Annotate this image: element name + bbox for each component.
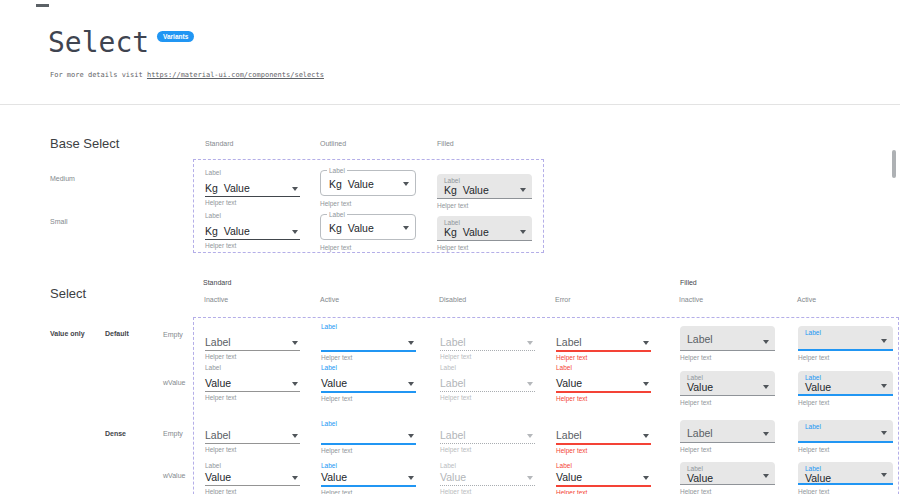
field-floating-label: Label: [205, 211, 300, 220]
field-underline: [556, 485, 651, 487]
select-field-standard[interactable]: LabelValueHelper text: [321, 363, 416, 403]
filled-box: LabelValue: [798, 371, 893, 396]
field-value-row: Value: [440, 470, 535, 485]
field-value-row: Value: [205, 470, 300, 485]
dropdown-arrow-icon: [643, 434, 649, 438]
select-field-standard[interactable]: LabelValueHelper text: [556, 461, 651, 494]
select-field-filled[interactable]: LabelValueHelper text: [680, 462, 775, 494]
dropdown-arrow-icon: [403, 226, 409, 230]
filled-box: LabelValue: [680, 462, 775, 485]
dropdown-arrow-icon: [408, 434, 414, 438]
helper-text: Helper text: [440, 394, 535, 402]
helper-text: Helper text: [321, 489, 416, 494]
select-field-filled[interactable]: LabelHelper text: [798, 420, 893, 454]
field-value: Kg Value: [444, 227, 525, 238]
field-value: Label: [556, 430, 582, 441]
field-value: Value: [205, 472, 231, 483]
field-value: Label: [205, 430, 231, 441]
select-field-filled[interactable]: LabelValueHelper text: [680, 371, 775, 407]
dropdown-arrow-icon: [292, 187, 298, 191]
details-line: For more details visit https://material-…: [50, 71, 324, 79]
select-field-filled[interactable]: LabelValueHelper text: [798, 371, 893, 407]
field-value-row: Label: [440, 331, 535, 350]
dropdown-arrow-icon: [292, 341, 298, 345]
field-value: Value: [321, 472, 347, 483]
state-header: Disabled: [439, 296, 466, 303]
field-value-row: Value: [321, 470, 416, 485]
select-field-standard[interactable]: LabelKg ValueHelper text: [205, 168, 300, 207]
select-field-standard[interactable]: LabelHelper text: [556, 419, 651, 455]
field-floating-label: [205, 419, 300, 428]
select-field-standard[interactable]: LabelHelper text: [440, 419, 535, 454]
select-field-filled[interactable]: LabelValueHelper text: [798, 462, 893, 494]
select-field-standard[interactable]: LabelHelper text: [205, 419, 300, 454]
base-column-header: Filled: [437, 140, 454, 147]
select-field-standard[interactable]: LabelHelper text: [556, 322, 651, 362]
field-value: Kg Value: [205, 226, 250, 237]
dropdown-arrow-icon: [763, 474, 769, 478]
dropdown-arrow-icon: [763, 432, 769, 436]
matrix-row-label: Empty: [163, 331, 183, 338]
dropdown-arrow-icon: [520, 230, 526, 234]
field-notch-label: Label: [327, 167, 347, 175]
helper-text: Helper text: [440, 353, 535, 361]
field-value: Kg Value: [329, 178, 374, 190]
field-value: Value: [556, 472, 582, 483]
field-floating-label: Label: [321, 363, 416, 372]
helper-text: Helper text: [320, 244, 416, 252]
state-header: Active: [320, 296, 339, 303]
field-underline: [440, 485, 535, 486]
dropdown-arrow-icon: [408, 341, 414, 345]
dropdown-arrow-icon: [408, 382, 414, 386]
select-field-standard[interactable]: LabelHelper text: [321, 419, 416, 455]
select-field-standard[interactable]: LabelHelper text: [440, 322, 535, 361]
select-field-standard[interactable]: LabelValueHelper text: [205, 461, 300, 494]
helper-text: Helper text: [798, 446, 893, 454]
base-column-header: Standard: [205, 140, 233, 147]
state-header: Active: [797, 296, 816, 303]
field-underline: [321, 350, 416, 352]
field-value: Label: [440, 430, 466, 441]
dropdown-arrow-icon: [643, 382, 649, 386]
field-floating-label: Label: [556, 461, 651, 470]
field-value: Value: [205, 378, 231, 389]
filled-box: LabelValue: [680, 371, 775, 396]
field-underline: [205, 485, 300, 486]
base-select-heading: Base Select: [50, 136, 119, 151]
field-underline: [205, 443, 300, 444]
filled-box: Label: [798, 326, 893, 351]
select-field-outlined[interactable]: LabelKg ValueHelper text: [320, 170, 416, 208]
field-value-row: [321, 428, 416, 443]
select-field-standard[interactable]: LabelValueHelper text: [556, 363, 651, 403]
select-field-standard[interactable]: LabelHelper text: [205, 322, 300, 361]
details-link[interactable]: https://material-ui.com/components/selec…: [147, 71, 324, 79]
select-field-standard[interactable]: LabelKg ValueHelper text: [205, 211, 300, 250]
state-header: Error: [555, 296, 571, 303]
helper-text: Helper text: [556, 447, 651, 455]
group-header: Standard: [203, 279, 231, 286]
select-field-standard[interactable]: LabelHelper text: [321, 322, 416, 362]
select-field-filled[interactable]: LabelHelper text: [680, 420, 775, 454]
scrollbar-thumb[interactable]: [892, 150, 896, 178]
group-header: Filled: [680, 279, 697, 286]
matrix-row-label: wValue: [163, 379, 185, 386]
select-field-standard[interactable]: LabelValueHelper text: [205, 363, 300, 402]
helper-text: Helper text: [205, 353, 300, 361]
field-floating-label: [556, 419, 651, 428]
select-field-standard[interactable]: LabelLabelHelper text: [440, 363, 535, 402]
field-value: Value: [805, 382, 886, 393]
select-field-standard[interactable]: LabelValueHelper text: [321, 461, 416, 494]
select-field-filled[interactable]: LabelHelper text: [680, 326, 775, 362]
field-underline: [556, 391, 651, 393]
helper-text: Helper text: [680, 488, 775, 494]
size-group-label: Dense: [105, 430, 126, 437]
select-field-filled[interactable]: LabelHelper text: [798, 326, 893, 362]
field-underline: [556, 443, 651, 445]
select-field-standard[interactable]: LabelValueHelper text: [440, 461, 535, 494]
select-field-filled[interactable]: LabelKg ValueHelper text: [437, 174, 532, 210]
helper-text: Helper text: [798, 354, 893, 362]
select-field-outlined[interactable]: LabelKg ValueHelper text: [320, 214, 416, 252]
field-floating-label: Label: [805, 423, 886, 431]
helper-text: Helper text: [205, 446, 300, 454]
select-field-filled[interactable]: LabelKg ValueHelper text: [437, 216, 532, 252]
